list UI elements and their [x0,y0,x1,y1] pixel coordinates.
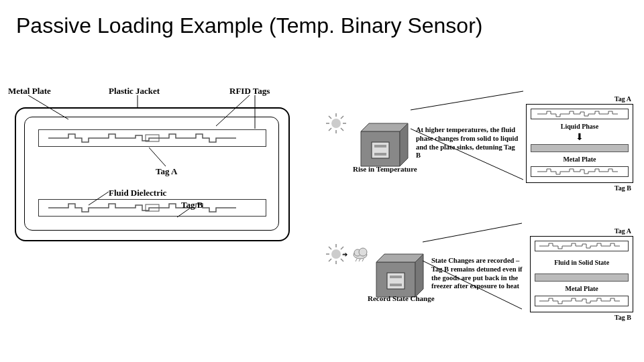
svg-point-37 [359,248,367,256]
diagram-area: Metal Plate Plastic Jacket RFID Tags [8,80,636,342]
down-arrow-icon: ⬇ [531,133,629,141]
svg-rect-45 [390,276,402,278]
detail-box-top: Tag A Liquid Phase ⬇ Metal Plate Tag B [526,104,633,183]
svg-line-38 [356,259,357,261]
antenna-icon [45,202,260,214]
svg-rect-46 [390,284,402,286]
arrow-icon: ➔ [342,251,347,258]
detail-box-bot: Tag A Fluid in Solid State Metal Plate T… [530,236,633,312]
caption-record-state: Record State Change [368,294,435,302]
svg-line-40 [362,259,364,261]
mini-tag-b [535,296,629,306]
scenario-record-state: ➔ State Changes are recorded – Tag B rem… [317,211,636,337]
svg-line-33 [329,259,331,261]
label-tag-a: Tag A [156,166,177,177]
svg-line-15 [341,128,343,131]
leader-line [89,186,111,206]
svg-point-26 [331,249,341,259]
scenario-bot-text: State Changes are recorded – Tag B remai… [431,257,530,290]
svg-rect-23 [374,153,386,156]
svg-line-17 [341,116,343,119]
svg-line-31 [329,247,331,249]
svg-line-14 [329,116,331,119]
svg-line-39 [359,259,360,261]
label-metal-plate: Metal Plate [535,285,629,292]
slide-title: Passive Loading Example (Temp. Binary Se… [16,13,482,38]
svg-rect-21 [372,142,389,158]
svg-line-16 [329,128,331,131]
outer-casing [15,107,290,241]
scenario-top-text: At higher temperatures, the fluid phase … [416,126,519,160]
sun-cloud-icon: ➔ [319,244,366,304]
metal-plate-strip [531,144,629,152]
rfid-tag-b [38,199,266,217]
left-diagram: Metal Plate Plastic Jacket RFID Tags [8,80,303,342]
package-box-icon [356,119,412,168]
right-diagram: At higher temperatures, the fluid phase … [317,80,636,342]
sun-icon [319,113,350,174]
inner-casing [24,117,279,231]
label-liquid-phase: Liquid Phase [531,123,629,130]
package-box-icon [371,250,427,298]
leader-line [177,208,197,221]
svg-line-32 [341,259,343,261]
mini-tag-a [535,241,629,251]
leader-line [149,147,169,168]
metal-plate-strip [535,274,629,282]
svg-line-6 [149,147,166,166]
svg-rect-44 [387,273,405,289]
mini-tag-b [531,166,629,177]
corner-tag-b: Tag B [614,184,631,192]
svg-rect-22 [374,145,386,147]
svg-line-24 [411,91,523,110]
caption-rise-temp: Rise in Temperature [353,165,417,173]
label-fluid-dielectric: Fluid Dielectric [109,188,166,198]
svg-line-47 [423,223,522,242]
svg-marker-20 [400,123,408,166]
corner-tag-a: Tag A [614,227,631,235]
corner-tag-b: Tag B [614,314,631,321]
svg-line-34 [341,247,343,249]
corner-tag-a: Tag A [614,95,631,103]
scenario-rise-temperature: At higher temperatures, the fluid phase … [317,80,636,206]
label-metal-plate: Metal Plate [531,156,629,163]
rfid-tag-a [38,129,266,147]
svg-marker-43 [415,254,423,297]
svg-line-8 [177,208,191,217]
svg-line-7 [89,192,109,205]
label-fluid-solid: Fluid in Solid State [535,259,629,266]
antenna-icon [45,132,260,144]
svg-point-9 [331,119,341,128]
mini-tag-a [531,109,629,119]
